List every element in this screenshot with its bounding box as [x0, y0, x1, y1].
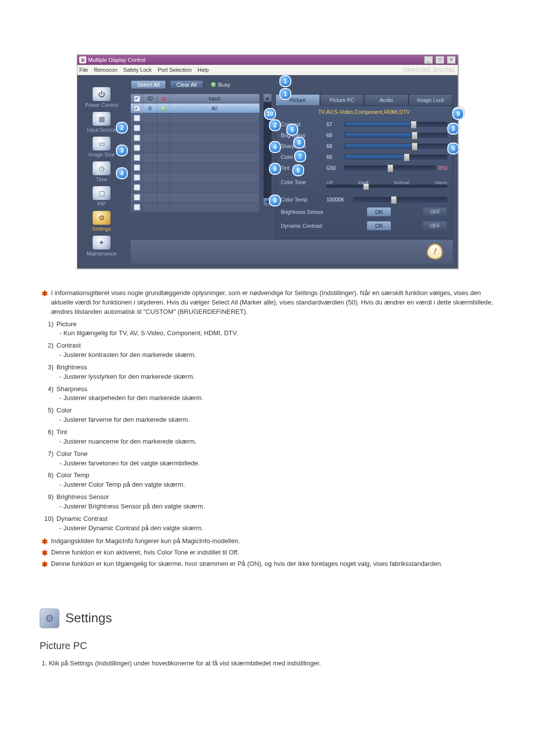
tint-slider[interactable] — [344, 165, 435, 170]
grid-row[interactable] — [131, 133, 260, 143]
note-7-num: 7) — [42, 450, 54, 459]
note-8-desc: - Justerer Color Temp på den valgte skær… — [59, 480, 185, 490]
grid-row[interactable]: ✔ 0 AV — [131, 103, 260, 113]
tab-picture-pc[interactable]: Picture PC — [320, 94, 365, 105]
color-temp-slider[interactable] — [353, 197, 447, 202]
grid-row[interactable] — [131, 113, 260, 123]
grid-col-input[interactable]: Input — [170, 94, 260, 103]
row-checkbox[interactable]: ✔ — [134, 105, 140, 111]
color-tone-off[interactable]: Off — [326, 180, 333, 185]
row-checkbox[interactable] — [134, 115, 140, 121]
image-size-icon: ▭ — [93, 137, 110, 151]
grid-row[interactable] — [131, 192, 260, 202]
row-checkbox[interactable] — [134, 164, 140, 171]
color-tone-selector[interactable]: Off Cool Normal Warm — [326, 180, 447, 185]
grid-row[interactable] — [131, 123, 260, 133]
row-checkbox[interactable] — [134, 174, 140, 181]
sidebar-item-maintenance[interactable]: ✦ Maintenance — [77, 235, 126, 257]
dynamic-contrast-off-button[interactable]: OFF — [423, 221, 447, 231]
subheader-picture-pc: Picture PC — [40, 640, 495, 652]
sidebar-item-time[interactable]: ◷ Time 4 — [77, 160, 126, 183]
dynamic-contrast-on-button[interactable]: ON — [367, 221, 391, 231]
sidebar-item-label: Image Size — [89, 151, 115, 157]
row-checkbox[interactable] — [134, 204, 140, 210]
sidebar-item-power-control[interactable]: ⏻ Power Control — [77, 86, 126, 109]
note-2-num: 2) — [42, 341, 54, 351]
brightness-sensor-off-button[interactable]: OFF — [423, 207, 447, 217]
color-slider[interactable] — [344, 154, 447, 159]
window-maximize-button[interactable]: □ — [435, 56, 444, 64]
menu-file[interactable]: File — [79, 67, 88, 73]
note-5-num: 5) — [42, 406, 54, 415]
note-4-num: 4) — [42, 385, 54, 394]
row-checkbox[interactable] — [134, 125, 140, 131]
toolbar: Select All Clear All Busy — [131, 80, 453, 89]
callout-sidebar-4: 4 — [116, 167, 128, 179]
star-icon: ✱ — [42, 290, 48, 297]
window-close-button[interactable]: × — [447, 56, 456, 64]
row-checkbox[interactable] — [134, 184, 140, 191]
sidebar-item-input-source[interactable]: ▦ Input Source 2 — [77, 111, 126, 134]
note-3-title: Brightness — [56, 363, 493, 372]
sidebar-item-image-size[interactable]: ▭ Image Size 3 — [77, 136, 126, 158]
note-star-4: ✱ Denne funktion er kun tilgængelig for … — [42, 559, 493, 569]
contrast-slider[interactable] — [344, 122, 447, 127]
row-id: 0 — [143, 103, 158, 113]
grid-row[interactable] — [131, 182, 260, 192]
menu-help[interactable]: Help — [198, 67, 209, 73]
grid-col-id[interactable]: ID — [143, 94, 158, 103]
note-6-num: 6) — [42, 428, 54, 437]
row-brightness: Brightness 68 — [281, 130, 447, 141]
grid-row[interactable] — [131, 202, 260, 212]
row-checkbox[interactable] — [134, 154, 140, 161]
note-star-3: ✱ Denne funktion er kun aktiveret, hvis … — [42, 548, 493, 557]
footer-bar: ! — [131, 239, 453, 263]
brightness-sensor-on-button[interactable]: ON — [367, 207, 391, 217]
sidebar-item-label: PIP — [98, 201, 106, 207]
grid-header: ✔ ID ▥ Input — [131, 94, 260, 103]
grid-row[interactable] — [131, 172, 260, 182]
callout-picture-tab-1: 1 — [279, 75, 291, 87]
select-all-button[interactable]: Select All — [131, 80, 166, 89]
menu-port-selection[interactable]: Port Selection — [158, 67, 191, 73]
callout-grid-7: 7 — [294, 151, 306, 162]
star-icon: ✱ — [42, 549, 48, 556]
tint-r-value: R50 — [438, 165, 447, 171]
sidebar-item-settings[interactable]: ⚙ Settings — [77, 210, 126, 233]
menu-remocon[interactable]: Remocon — [94, 67, 117, 73]
row-checkbox[interactable] — [134, 135, 140, 141]
callout-panel-2: 2 — [269, 119, 281, 131]
grid-row[interactable] — [131, 143, 260, 152]
window-minimize-button[interactable]: _ — [424, 56, 433, 64]
callout-panel-3: 3 — [447, 123, 459, 135]
row-checkbox[interactable] — [134, 194, 140, 201]
tint-g-value: G50 — [326, 165, 341, 171]
note-4-desc: - Justerer skarpeheden for den markerede… — [59, 394, 203, 403]
grid-row[interactable] — [131, 162, 260, 172]
info-icon[interactable]: ! — [426, 243, 444, 260]
scroll-up-icon[interactable]: ▲ — [264, 94, 271, 102]
color-tone-normal[interactable]: Normal — [394, 180, 409, 185]
callout-panel-8: 8 — [269, 195, 281, 206]
sharpness-slider[interactable] — [344, 144, 447, 149]
power-icon: ⏻ — [93, 87, 110, 101]
tab-image-lock[interactable]: Image Lock — [409, 94, 453, 105]
sidebar-item-label: Time — [96, 176, 107, 182]
menu-safety-lock[interactable]: Safety Lock — [123, 67, 152, 73]
row-checkbox[interactable] — [134, 145, 140, 151]
left-sidebar: ⏻ Power Control ▦ Input Source 2 ▭ Image… — [77, 75, 126, 268]
sharpness-value: 68 — [326, 143, 341, 149]
color-tone-warm[interactable]: Warm — [435, 180, 447, 185]
pip-icon: ▢ — [93, 186, 110, 200]
tab-audio[interactable]: Audio — [364, 94, 409, 105]
note-2-title: Contrast — [56, 341, 493, 351]
sidebar-item-pip[interactable]: ▢ PIP — [77, 185, 126, 208]
note-9-desc: - Justerer Brightness Sensor på den valg… — [59, 502, 205, 511]
clear-all-button[interactable]: Clear All — [170, 80, 203, 89]
grid-row[interactable] — [131, 152, 260, 162]
note-4-title: Sharpness — [56, 385, 493, 394]
callout-panel-6: 6 — [269, 163, 281, 175]
brightness-slider[interactable] — [344, 133, 447, 138]
notes-section: ✱ I informationsgitteret vises nogle gru… — [42, 289, 493, 569]
grid-header-check-all[interactable]: ✔ — [134, 96, 140, 102]
